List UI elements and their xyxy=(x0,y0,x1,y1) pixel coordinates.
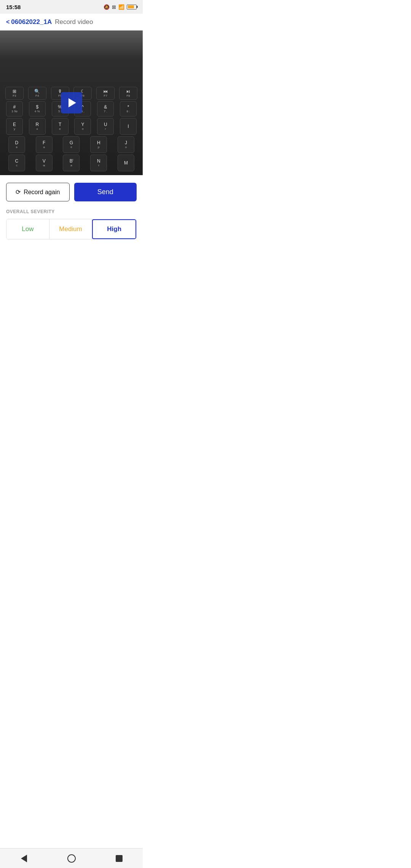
header-title-sub: Record video xyxy=(55,18,93,26)
severity-section: OVERALL SEVERITY Low Medium High xyxy=(0,209,143,247)
play-icon xyxy=(68,98,76,107)
header-title-main: 06062022_1A xyxy=(11,18,52,26)
header: < 06062022_1A Record video xyxy=(0,14,143,30)
video-player[interactable]: ⊞F3 🔍F4 🎙F5 ☾F6 ⏮F7 ⏯F8 #3 № xyxy=(0,30,143,175)
status-bar: 15:58 🔕 ⊠ 📶 xyxy=(0,0,143,14)
status-icons: 🔕 ⊠ 📶 xyxy=(104,4,137,10)
severity-label: OVERALL SEVERITY xyxy=(6,209,137,214)
record-again-button[interactable]: ⟳ Record again xyxy=(6,183,70,201)
status-time: 15:58 xyxy=(6,4,21,10)
back-button[interactable]: < xyxy=(6,19,10,26)
severity-low-button[interactable]: Low xyxy=(6,219,49,239)
wifi-icon: 📶 xyxy=(118,4,124,10)
notification-muted-icon: 🔕 xyxy=(104,4,110,10)
severity-buttons: Low Medium High xyxy=(6,219,137,239)
severity-high-button[interactable]: High xyxy=(92,219,136,239)
play-button[interactable] xyxy=(61,92,82,113)
action-row: ⟳ Record again Send xyxy=(0,175,143,209)
refresh-icon: ⟳ xyxy=(16,188,21,196)
sim-icon: ⊠ xyxy=(112,4,116,10)
severity-medium-button[interactable]: Medium xyxy=(49,219,92,239)
record-again-label: Record again xyxy=(24,189,60,196)
battery-icon xyxy=(127,5,137,10)
send-button[interactable]: Send xyxy=(74,183,137,201)
